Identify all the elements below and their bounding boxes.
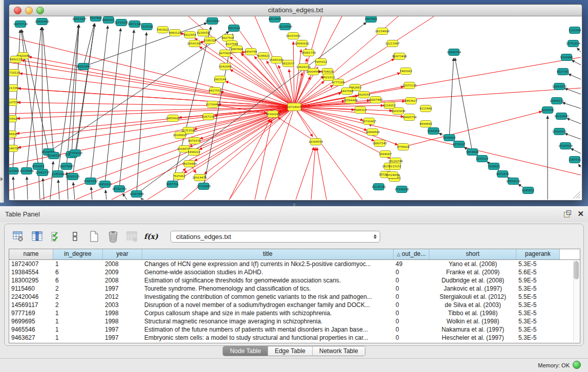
network-node[interactable]: 13156869 [19,168,34,174]
network-node[interactable]: 9146821 [257,53,270,59]
network-canvas[interactable]: 1872400776638229960128891295482260589827… [9,16,581,200]
table-row[interactable]: 969969511998Structural magnetic resonanc… [9,317,580,325]
network-node[interactable]: 10688609 [365,129,380,136]
network-node[interactable]: 16210643 [554,113,569,120]
network-node[interactable]: 2684067 [379,151,392,158]
network-node[interactable]: 12213967 [385,40,400,47]
network-node[interactable]: 19384554 [309,139,323,145]
network-node[interactable]: 14055724 [13,21,28,28]
column-header-in_degree[interactable]: in_degree [53,249,103,259]
network-edge[interactable] [27,177,28,200]
network-edge[interactable] [267,60,294,107]
network-edge[interactable] [9,62,294,107]
column-header-pagerank[interactable]: pagerank [516,249,560,259]
network-node[interactable]: 2687682 [365,16,378,23]
close-panel-icon[interactable]: ✕ [577,210,584,217]
network-node[interactable]: 9777169 [332,79,345,86]
network-node[interactable]: 15046756 [9,145,19,152]
network-edge[interactable] [294,107,581,175]
network-node[interactable]: 2718126 [9,70,20,76]
network-node[interactable]: 9827508 [222,35,234,41]
column-header-name[interactable]: name [9,249,53,259]
network-node[interactable]: 6466161 [102,17,115,24]
network-node[interactable]: 20053346 [76,63,91,70]
network-node[interactable]: 16961758 [301,50,316,56]
network-node[interactable]: 10958107 [98,181,112,188]
network-edge[interactable] [17,107,294,119]
network-node[interactable]: 10653287 [72,16,86,23]
table-row[interactable]: 1938455462009Genome-wide association stu… [9,268,580,276]
network-node[interactable]: 16033809 [205,18,220,25]
network-node[interactable]: 9474444 [466,149,479,156]
network-edge[interactable] [21,30,49,152]
table-row[interactable]: 946554611997Estimation of the future num… [9,325,580,334]
network-edge[interactable] [58,180,59,200]
network-edge[interactable] [403,112,542,147]
network-node[interactable]: 2935114 [476,156,489,162]
network-node[interactable]: 19166825 [9,131,18,138]
network-node[interactable]: 1167531 [569,157,581,163]
network-node[interactable]: 12213363 [9,85,19,92]
network-node[interactable]: 9115152 [389,163,402,170]
network-edge[interactable] [578,164,581,167]
network-edge[interactable] [571,148,581,154]
network-node[interactable]: 9245652 [522,187,535,194]
network-node[interactable]: 18720407 [362,118,376,125]
network-node[interactable]: 2803144 [214,76,227,83]
network-node[interactable]: 8427552 [209,87,222,94]
network-node[interactable]: 12942737 [35,169,50,176]
function-builder-button[interactable]: f(x) [144,230,158,243]
network-node[interactable]: 3915906 [9,168,19,174]
network-edge[interactable] [449,58,453,138]
network-edge[interactable] [73,182,75,200]
collapsed-panel-arrow[interactable] [1,177,3,181]
window-titlebar[interactable]: citations_edges.txt [9,5,582,16]
network-node[interactable]: 8226058 [197,30,210,36]
network-edge[interactable] [122,193,127,200]
network-node[interactable]: 9890122 [10,56,23,63]
network-node[interactable]: 8454749 [245,49,257,55]
table-row[interactable]: 977716911998Corpus callosum shape and si… [9,309,580,317]
network-node[interactable]: 17334216 [395,186,409,193]
tab-edge-table[interactable]: Edge Table [268,346,313,356]
new-file-button[interactable] [88,230,101,243]
network-edge[interactable] [39,172,40,200]
network-node[interactable]: 19654925 [9,116,18,122]
network-node[interactable]: 6497568 [341,88,354,95]
network-node[interactable]: 7663822 [157,27,169,33]
network-node[interactable]: 6379197 [453,141,466,148]
network-edge[interactable] [199,107,294,149]
table-settings-button[interactable] [12,230,25,243]
checklist-button[interactable] [50,230,63,243]
network-node[interactable]: 3624554 [358,92,371,98]
network-edge[interactable] [91,26,108,181]
network-node[interactable]: 9329966 [560,54,573,61]
network-node[interactable]: 10025438 [391,108,405,115]
network-node[interactable]: 12505135 [66,173,80,180]
network-node[interactable]: 18640910 [295,40,309,47]
float-panel-icon[interactable] [564,210,571,217]
network-edge[interactable] [317,147,326,200]
network-node[interactable]: 15716485 [197,183,211,190]
network-edge[interactable] [311,147,315,200]
network-node[interactable]: 1145190 [52,171,64,178]
table-row[interactable]: 946362711997Embryonic stem cells: a mode… [9,334,580,342]
network-node[interactable]: 7485063 [400,68,412,75]
network-edge[interactable] [294,49,301,107]
column-header-title[interactable]: title [142,249,394,259]
table-row[interactable]: 1830029562008Estimation of significance … [9,276,580,285]
network-node[interactable]: 9227341 [557,69,570,75]
network-node[interactable]: 9475685 [219,50,232,57]
network-edge[interactable] [50,161,53,200]
network-node[interactable]: 18300295 [266,111,280,118]
network-node[interactable]: 19904448 [306,69,320,75]
column-header-short[interactable]: short [429,249,516,259]
table-row[interactable]: 1872400712008Changes of HCN gene express… [9,260,580,268]
network-node[interactable]: 16543382 [187,40,202,47]
network-edge[interactable] [13,177,14,200]
network-node[interactable]: 18724007 [287,103,301,111]
network-node[interactable]: 15136141 [372,184,386,190]
network-node[interactable]: 16648784 [447,49,461,56]
network-node[interactable]: 7625402 [173,173,186,180]
network-edge[interactable] [119,30,134,189]
